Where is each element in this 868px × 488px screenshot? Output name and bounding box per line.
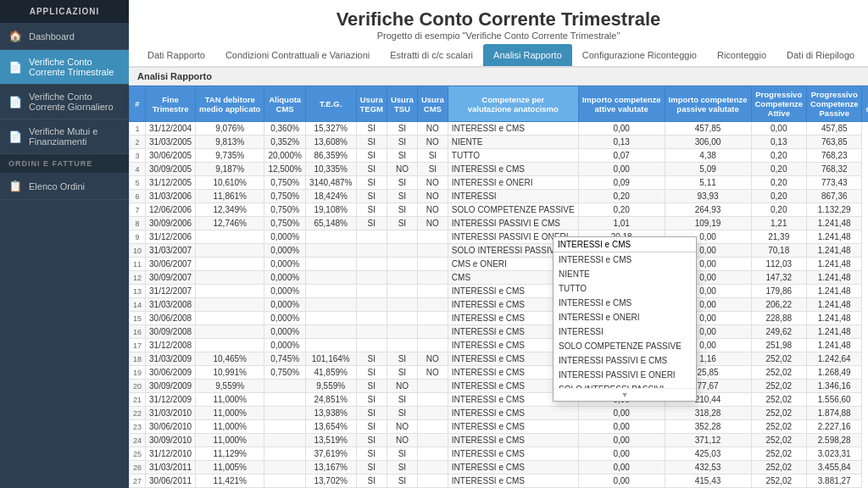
table-cell: 9,813%: [196, 136, 264, 149]
table-cell[interactable]: TUTTO: [448, 149, 578, 163]
dropdown-option[interactable]: INTERESSI: [554, 324, 696, 339]
col-prog-pass: ProgressivoCompetenzePassive: [806, 86, 861, 122]
table-cell: 252,02: [751, 393, 806, 407]
table-cell[interactable]: INTERESSI e CMS: [448, 420, 578, 434]
table-cell: NO: [417, 352, 448, 366]
row-num: 2: [130, 136, 146, 149]
tab-configurazione[interactable]: Configurazione Riconteggio: [572, 44, 707, 66]
table-cell: 1.241,48: [806, 244, 861, 258]
table-cell: SI: [356, 434, 387, 447]
table-container[interactable]: # FineTrimestre TAN debitoremedio applic…: [129, 86, 868, 488]
table-cell[interactable]: INTERESSI e CMS: [448, 407, 578, 420]
table-cell: [417, 407, 448, 420]
dropdown-input[interactable]: [554, 237, 696, 252]
table-cell[interactable]: INTERESSI e CMS: [448, 461, 578, 474]
table-cell: 0,000%: [264, 312, 305, 325]
table-cell: 179,86: [751, 285, 806, 298]
table-cell: 0,00: [578, 163, 665, 176]
table-cell: 0,000%: [264, 244, 305, 258]
dropdown-option[interactable]: NIENTE: [554, 267, 696, 281]
table-cell: 0,000%: [264, 339, 305, 352]
table-row: 1530/06/20080,000%INTERESSI e CMS22,660,…: [130, 312, 869, 325]
table-cell[interactable]: INTERESSI e CMS: [448, 434, 578, 447]
table-cell: 9,076%: [196, 122, 264, 136]
dropdown-option[interactable]: INTERESSI e CMS: [554, 296, 696, 310]
table-cell: 0,750%: [264, 190, 305, 203]
dropdown-option[interactable]: INTERESSI PASSIVI E ONERI: [554, 368, 696, 382]
tab-riconteggio[interactable]: Riconteggio: [707, 44, 776, 66]
dropdown-option[interactable]: SOLO COMPETENZE PASSIVE: [554, 339, 696, 353]
table-row: 2631/03/201111,005%13,167%SISIINTERESSI …: [130, 461, 869, 474]
table-cell: NO: [387, 380, 417, 393]
table-row: 2531/12/201011,129%37,619%SISIINTERESSI …: [130, 447, 869, 461]
table-cell: SI: [387, 190, 417, 203]
table-cell: 31/12/2008: [146, 339, 196, 352]
table-cell: [417, 447, 448, 461]
table-cell: 4,38: [665, 149, 751, 163]
table-cell: 1.241,48: [806, 258, 861, 271]
table-cell: SI: [387, 393, 417, 407]
dropdown-option[interactable]: INTERESSI e CMS: [554, 252, 696, 267]
table-cell: SI: [356, 136, 387, 149]
table-cell: 0,20: [751, 176, 806, 190]
table-cell: 0,13: [578, 136, 665, 149]
tab-estratti[interactable]: Estratti di c/c scalari: [380, 44, 483, 66]
table-cell: 112,03: [751, 258, 806, 271]
table-cell[interactable]: INTERESSI e CMS: [448, 447, 578, 461]
col-competenze: Competenze pervalutazione anatocismo: [448, 86, 578, 122]
table-cell: 86,359%: [305, 149, 356, 163]
dropdown-option[interactable]: INTERESSI e ONERI: [554, 310, 696, 324]
sidebar-item-elenco-ordini[interactable]: 📋 Elenco Ordini: [0, 173, 129, 200]
tab-condizioni[interactable]: Condizioni Contrattuali e Variazioni: [215, 44, 380, 66]
tab-analisi[interactable]: Analisi Rapporto: [483, 44, 572, 66]
table-row: 1630/09/20080,000%INTERESSI e CMS20,740,…: [130, 325, 869, 339]
table-cell[interactable]: INTERESSI PASSIVI E CMS: [448, 217, 578, 230]
sidebar-item-verifiche-conto[interactable]: 📄 Verifiche Conto Corrente Trimestrale: [0, 50, 129, 85]
table-cell: 31/12/2005: [146, 176, 196, 190]
table-cell: 3140,487%: [305, 176, 356, 190]
table-cell: 12,746%: [196, 217, 264, 230]
dropdown-option[interactable]: INTERESSI PASSIVI E CMS: [554, 353, 696, 368]
sidebar-item-dashboard[interactable]: 🏠 Dashboard: [0, 23, 129, 50]
table-cell[interactable]: INTERESSI e CMS: [448, 163, 578, 176]
table-cell: 763,85: [806, 136, 861, 149]
row-num: 15: [130, 312, 146, 325]
table-cell[interactable]: SOLO COMPETENZE PASSIVE: [448, 203, 578, 217]
table-cell[interactable]: INTERESSI e CMS: [448, 474, 578, 488]
table-cell: 30/06/2008: [146, 312, 196, 325]
table-row: 931/12/20060,000%INTERESSI PASSIVI E ONE…: [130, 230, 869, 244]
table-cell: 0,00: [578, 420, 665, 434]
table-cell[interactable]: INTERESSI e CMS: [448, 122, 578, 136]
table-cell: SI: [387, 366, 417, 380]
tab-dati-rapporto[interactable]: Dati Rapporto: [137, 44, 215, 66]
table-cell[interactable]: NIENTE: [448, 136, 578, 149]
table-cell: 0,00: [578, 474, 665, 488]
table-row: 231/03/20059,813%0,352%13,608%SISINONIEN…: [130, 136, 869, 149]
table-cell: 1.241,48: [806, 217, 861, 230]
tab-dati-riepilogo[interactable]: Dati di Riepilogo: [776, 44, 865, 66]
table-row: 1731/12/20080,000%INTERESSI e CMS2,360,0…: [130, 339, 869, 352]
table-cell: NO: [417, 136, 448, 149]
competenze-dropdown[interactable]: INTERESSI e CMS NIENTE TUTTO INTERESSI e…: [553, 236, 697, 402]
row-num: 23: [130, 420, 146, 434]
table-cell: 0,000%: [264, 230, 305, 244]
row-num: 19: [130, 366, 146, 380]
table-cell: 0,00: [578, 122, 665, 136]
table-cell: 31/03/2008: [146, 298, 196, 312]
table-cell: 3.881,27: [806, 474, 861, 488]
dropdown-option[interactable]: TUTTO: [554, 281, 696, 296]
table-cell: SI: [356, 352, 387, 366]
table-cell[interactable]: INTERESSI: [448, 190, 578, 203]
table-cell: 1.241,48: [806, 325, 861, 339]
table-cell: 252,02: [751, 380, 806, 393]
dropdown-option[interactable]: SOLO INTERESSI PASSIVI: [554, 382, 696, 388]
table-cell: 24,851%: [305, 393, 356, 407]
col-num: #: [130, 86, 146, 122]
sidebar-item-verifiche-giornaliero[interactable]: 📄 Verifiche Conto Corrente Giornaliero: [0, 85, 129, 119]
table-cell: [387, 271, 417, 285]
table-cell: 0,00: [578, 434, 665, 447]
table-cell[interactable]: INTERESSI e ONERI: [448, 176, 578, 190]
table-cell: NO: [387, 434, 417, 447]
sidebar-item-label: Verifiche Conto Corrente Trimestrale: [29, 57, 120, 77]
sidebar-item-verifiche-mutui[interactable]: 📄 Verifiche Mutui e Finanziamenti: [0, 119, 129, 154]
